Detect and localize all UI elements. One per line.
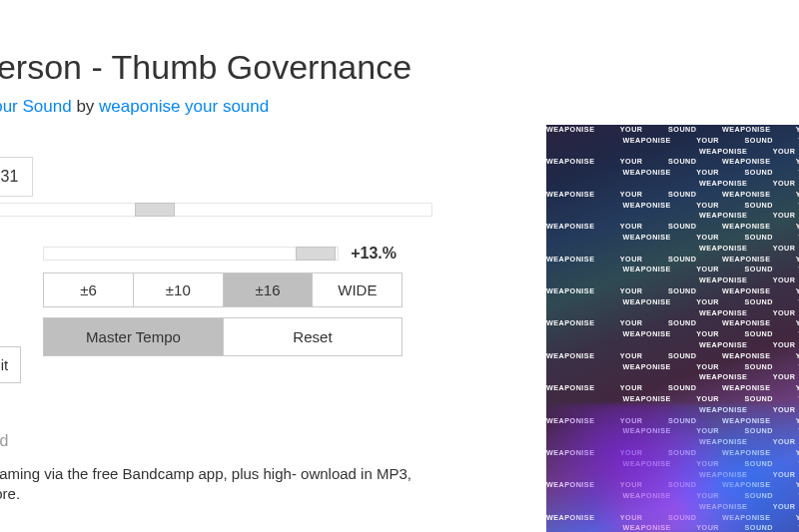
by-text: by <box>76 97 94 116</box>
pitch-value: +13.% <box>351 245 397 263</box>
pitch-range-button[interactable]: WIDE <box>313 273 401 306</box>
time-display: 02:32 / 05:31 <box>0 157 33 197</box>
buy-subheading: g + Download <box>0 432 434 450</box>
master-tempo-button[interactable]: Master Tempo <box>43 317 223 356</box>
bpm-display: 4 BPM <box>0 245 21 286</box>
pitch-range-button[interactable]: ±6 <box>44 273 134 306</box>
pitch-thumb[interactable] <box>296 247 336 261</box>
artist-link[interactable]: weaponise your sound <box>99 97 269 116</box>
pitch-range-button[interactable]: ±10 <box>134 273 224 306</box>
album-art[interactable]: WEAPONISE YOUR SOUND WEAPONISE YOUR SOUN… <box>546 125 799 532</box>
reset-button[interactable]: Reset <box>223 317 403 356</box>
track-title: McPherson - Thumb Governance <box>0 48 434 87</box>
buy-heading: Track <box>0 409 434 430</box>
pitch-range-button[interactable]: ±16 <box>224 273 314 306</box>
from-line: eaponise Your Sound by weaponise your so… <box>0 97 434 117</box>
progress-slider[interactable] <box>0 203 432 217</box>
buy-description: unlimited streaming via the free Bandcam… <box>0 464 434 505</box>
album-link[interactable]: eaponise Your Sound <box>0 97 72 116</box>
pitch-slider[interactable] <box>43 247 339 261</box>
album-art-glitch <box>546 404 799 532</box>
progress-thumb[interactable] <box>135 203 175 217</box>
edit-button[interactable]: Edit <box>0 346 21 383</box>
pitch-range-group: ±6±10±16WIDE <box>43 272 402 307</box>
